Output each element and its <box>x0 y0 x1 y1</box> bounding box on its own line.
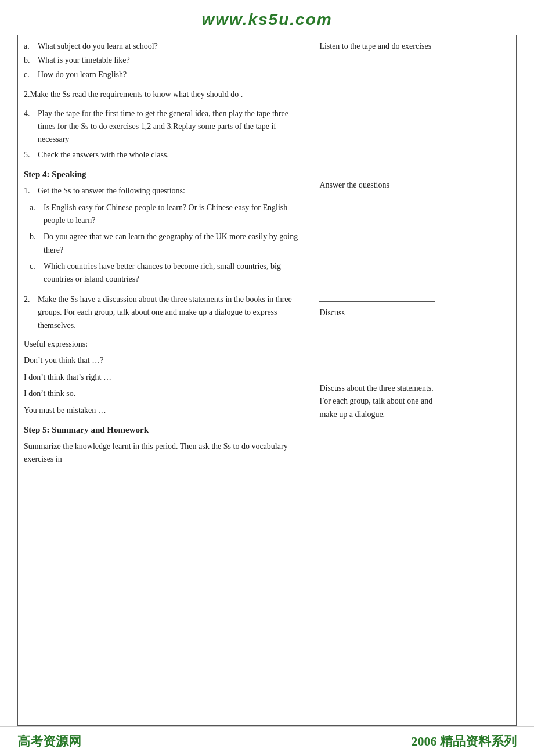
list-item: c. Which countries have better chances t… <box>30 260 307 286</box>
middle-cell-4: Discuss about the three statements. For … <box>319 377 435 421</box>
speaking-q2: 2. Make the Ss have a discussion about t… <box>24 293 307 332</box>
list-item: b. What is your timetable like? <box>24 54 307 67</box>
qa-text-c: Which countries have better chances to b… <box>44 260 307 286</box>
item-label-b: b. <box>24 54 34 67</box>
list-item: a. Is English easy for Chinese people to… <box>30 201 307 228</box>
list-item: c. How do you learn English? <box>24 69 307 81</box>
item-text-c: How do you learn English? <box>38 69 127 81</box>
middle-text-4: Discuss about the three statements. For … <box>319 384 433 419</box>
q1-text: Get the Ss to answer the following quest… <box>38 185 185 197</box>
step5-num: 5. <box>24 149 34 161</box>
step2-block: 2.Make the Ss read the requirements to k… <box>24 88 307 101</box>
middle-text-3: Discuss <box>319 308 345 317</box>
footer-right-text: 2006 精品资料系列 <box>412 733 517 750</box>
list-item: b. Do you agree that we can learn the ge… <box>30 231 307 257</box>
useful-item-2: I don’t think that’s right … <box>24 371 307 384</box>
middle-col: Listen to the tape and do exercises Answ… <box>313 35 441 726</box>
item-label-c: c. <box>24 69 34 81</box>
step5-text: Check the answers with the whole class. <box>38 149 169 161</box>
useful-item-3: I don’t think so. <box>24 387 307 400</box>
website-logo: www.ks5u.com <box>0 10 534 29</box>
summary-text: Summarize the knowledge learnt in this p… <box>24 440 307 466</box>
q2-num: 2. <box>24 293 34 332</box>
page-footer: 高考资源网 2006 精品资料系列 <box>0 726 534 756</box>
speaking-title: Step 4: Speaking <box>24 167 307 181</box>
qa-label-a: a. <box>30 201 40 228</box>
table-row: a. What subject do you learn at school? … <box>18 35 517 726</box>
useful-item-1: Don’t you think that …? <box>24 354 307 367</box>
middle-text-1: Listen to the tape and do exercises <box>319 42 431 51</box>
item-text-b: What is your timetable like? <box>38 54 130 67</box>
middle-cell-3: Discuss <box>319 301 435 377</box>
useful-title: Useful expressions: <box>24 338 307 351</box>
middle-cell-1: Listen to the tape and do exercises <box>319 40 435 174</box>
q2-text: Make the Ss have a discussion about the … <box>38 293 307 332</box>
middle-text-2: Answer the questions <box>319 181 389 189</box>
speaking-q1: 1. Get the Ss to answer the following qu… <box>24 185 307 197</box>
list-item: a. What subject do you learn at school? <box>24 40 307 53</box>
middle-cell-2: Answer the questions <box>319 174 435 301</box>
step2-text: 2.Make the Ss read the requirements to k… <box>24 90 243 99</box>
item-label-a: a. <box>24 40 34 53</box>
footer-left-text: 高考资源网 <box>17 733 81 750</box>
item-text-a: What subject do you learn at school? <box>38 40 158 53</box>
page-header: www.ks5u.com <box>0 0 534 35</box>
step4-item: 4. Play the tape for the first time to g… <box>24 107 307 146</box>
q1-num: 1. <box>24 185 34 197</box>
summary-title: Step 5: Summary and Homework <box>24 423 307 437</box>
step4-text: Play the tape for the first time to get … <box>38 107 307 146</box>
right-col <box>441 35 517 726</box>
qa-label-b: b. <box>30 231 40 257</box>
left-col-intro: a. What subject do you learn at school? … <box>18 35 313 726</box>
content-table: a. What subject do you learn at school? … <box>17 35 517 726</box>
useful-block: Useful expressions: Don’t you think that… <box>24 338 307 417</box>
speaking-qa-list: a. Is English easy for Chinese people to… <box>30 201 307 286</box>
step4-num: 4. <box>24 107 34 146</box>
qa-text-a: Is English easy for Chinese people to le… <box>44 201 307 228</box>
intro-list: a. What subject do you learn at school? … <box>24 40 307 81</box>
useful-item-4: You must be mistaken … <box>24 404 307 417</box>
step4-block: 4. Play the tape for the first time to g… <box>24 107 307 162</box>
qa-label-c: c. <box>30 260 40 286</box>
qa-text-b: Do you agree that we can learn the geogr… <box>44 231 307 257</box>
step5-item: 5. Check the answers with the whole clas… <box>24 149 307 161</box>
